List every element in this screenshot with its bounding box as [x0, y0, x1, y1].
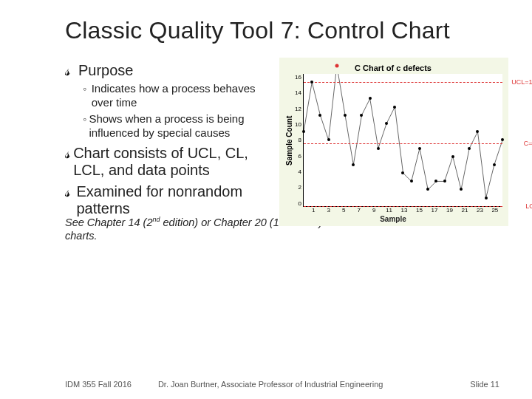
chart-point [401, 171, 404, 174]
chart-refline-ucl [304, 82, 502, 83]
sub-bullet-1-text: Indicates how a process behaves over tim… [92, 82, 269, 110]
chart-point [410, 180, 413, 183]
chart-yaxis: 1614121086420 [295, 74, 303, 207]
chart-point [434, 180, 437, 183]
chart-point [344, 114, 347, 117]
bullet-purpose-label: Purpose [78, 62, 134, 79]
chart-ylabel: Sample Count [284, 74, 295, 207]
chart-point [501, 138, 504, 141]
footer-author: Dr. Joan Burtner, Associate Professor of… [158, 380, 383, 389]
sub-bullet-2: ◦ Shows when a process is being influenc… [83, 112, 269, 140]
chart-reflabel-lcl: LCL=0 [525, 202, 532, 210]
chart-point [352, 163, 355, 166]
chart-point [393, 106, 396, 109]
bullet-chart-consists: 𝓈 Chart consists of UCL, CL, LCL, and da… [65, 145, 269, 179]
bullet-examined-text: Examined for nonrandom patterns [77, 183, 270, 217]
chart-point [443, 180, 446, 183]
chart-plot-area: UCL=15.01C=7.56LCL=0 [303, 74, 502, 207]
control-chart: C Chart of c defects Sample Count 161412… [279, 58, 508, 226]
chart-point [310, 81, 313, 83]
chart-point [377, 147, 380, 150]
chart-point [385, 122, 388, 125]
chart-point [426, 188, 429, 191]
bullet-purpose: 𝓈 Purpose [65, 62, 269, 79]
chart-xaxis: 135791113151719212325 [306, 207, 502, 214]
chart-refline-cl [304, 143, 502, 144]
sub-marker-icon: ◦ [83, 113, 89, 126]
chart-point [302, 130, 305, 133]
chart-point [369, 97, 372, 100]
bullet-marker-icon: 𝓈 [65, 183, 77, 200]
footer-slide-number: Slide 11 [470, 380, 499, 389]
chart-series-line [304, 74, 502, 206]
sub-bullet-1: ◦ Indicates how a process behaves over t… [83, 82, 269, 110]
bullet-marker-icon: 𝓈 [65, 145, 73, 162]
chart-point [468, 147, 471, 150]
bullet-chart-consists-text: Chart consists of UCL, CL, LCL, and data… [73, 145, 269, 179]
chart-point [476, 130, 479, 133]
chart-point [451, 155, 454, 158]
bullet-examined: 𝓈 Examined for nonrandom patterns [65, 183, 269, 217]
chart-point [460, 188, 463, 191]
chart-reflabel-ucl: UCL=15.01 [511, 78, 532, 86]
chart-point [418, 147, 421, 150]
chart-xlabel: Sample [284, 215, 502, 223]
sub-bullet-2-text: Shows when a process is being influenced… [89, 112, 269, 140]
chart-point-outlier [335, 64, 338, 67]
slide-title: Classic Quality Tool 7: Control Chart [65, 18, 499, 44]
chart-title: C Chart of c defects [284, 64, 502, 72]
sub-marker-icon: ◦ [83, 83, 92, 96]
footer-course: IDM 355 Fall 2016 [65, 380, 132, 389]
chart-point [327, 138, 330, 141]
chart-point [485, 197, 488, 200]
chart-reflabel-cl: C=7.56 [524, 140, 532, 147]
chart-point [493, 163, 496, 166]
bullet-marker-icon: 𝓈 [65, 62, 78, 79]
chart-refline-lcl [304, 206, 502, 207]
chart-point [318, 114, 321, 117]
chart-point [360, 114, 363, 117]
